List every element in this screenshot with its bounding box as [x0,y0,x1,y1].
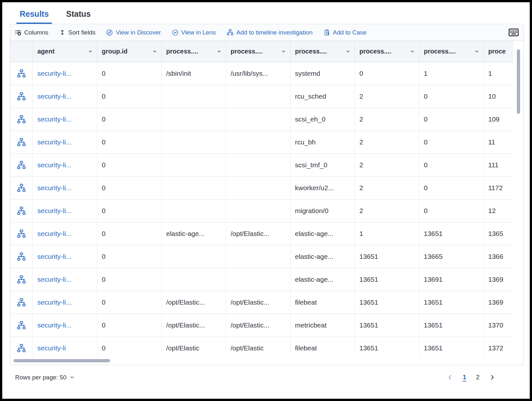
chevron-right-icon [489,374,495,380]
grid-cell: 0 [419,131,484,153]
column-header-label: process.... [424,48,456,55]
row-timeline-action-button[interactable] [10,268,33,291]
column-header-3[interactable]: process.... [162,41,226,62]
agent-link-cell[interactable]: security-li... [33,245,97,268]
column-header-1[interactable]: agent [33,41,97,62]
grid-cell [226,154,290,176]
row-timeline-action-button[interactable] [10,291,33,314]
row-timeline-action-button[interactable] [10,62,33,85]
timeline-icon [17,321,26,330]
grid-cell: 1370 [484,314,513,337]
grid-cell [162,131,226,153]
rows-per-page-button[interactable]: Rows per page: 50 [15,374,74,381]
column-header-2[interactable]: group.id [97,41,162,62]
next-page-button[interactable] [489,374,495,380]
grid-scroll-viewport[interactable]: agentgroup.idprocess....process....proce… [10,41,513,356]
column-header-label: process.... [166,48,198,55]
table-row: security-li...0/opt/Elastic.../opt/Elast… [10,314,513,337]
chevron-down-icon [472,49,479,54]
vertical-scrollbar[interactable] [517,49,520,114]
lens-icon [172,29,178,36]
agent-link-cell[interactable]: security-li... [33,154,97,176]
grid-cell: 0 [355,62,419,85]
grid-cell [162,245,226,268]
grid-cell: /usr/lib/sys... [226,62,290,85]
grid-cell: rcu_sched [290,85,355,108]
column-header-7[interactable]: process.... [419,41,484,62]
header-control-cell [10,41,33,62]
timeline-icon [17,298,26,307]
agent-link-cell[interactable]: security-li... [33,200,97,222]
chevron-down-icon [408,49,414,54]
row-timeline-action-button[interactable] [10,337,33,356]
page-2-button[interactable]: 2 [476,374,480,381]
row-timeline-action-button[interactable] [10,108,33,131]
grid-cell [162,200,226,222]
timeline-icon [17,252,26,261]
grid-cell: 13651 [419,314,484,337]
column-header-label: process.... [231,48,262,55]
agent-link-cell[interactable]: security-li... [33,62,97,85]
timeline-icon [17,184,26,192]
row-timeline-action-button[interactable] [10,177,33,199]
row-timeline-action-button[interactable] [10,131,33,153]
column-header-8[interactable]: proce [484,41,513,62]
table-row: security-li...0/opt/Elastic.../opt/Elast… [10,291,513,314]
agent-link-cell[interactable]: security-li... [33,177,97,199]
chevron-down-icon [150,49,157,54]
tab-results[interactable]: Results [16,9,52,24]
timeline-icon [17,207,26,215]
discover-compass-icon [106,29,113,36]
row-timeline-action-button[interactable] [10,314,33,337]
table-row: security-li...0/sbin/init/usr/lib/sys...… [10,62,513,85]
sort-fields-icon [59,29,65,35]
agent-link-cell[interactable]: security-li... [33,85,97,108]
row-timeline-action-button[interactable] [10,222,33,245]
column-header-6[interactable]: process.... [355,41,419,62]
table-row: security-li0/opt/Elastic/opt/Elasticfile… [10,337,513,356]
view-in-discover-label: View in Discover [116,29,161,36]
row-timeline-action-button[interactable] [10,85,33,108]
grid-cell: 0 [419,200,484,222]
grid-cell [162,85,226,108]
table-row: security-li...0rcu_bh2011 [10,131,513,154]
columns-button[interactable]: Columns [15,29,48,36]
grid-cell: 13651 [355,268,419,291]
agent-link-cell[interactable]: security-li... [33,314,97,337]
column-header-4[interactable]: process.... [226,41,290,62]
view-in-lens-button[interactable]: View in Lens [172,29,216,36]
agent-link-cell[interactable]: security-li... [33,222,97,245]
grid-cell: filebeat [290,291,355,314]
agent-link-cell[interactable]: security-li... [33,268,97,291]
table-row: security-li...0elastic-age.../opt/Elasti… [10,222,513,245]
column-header-5[interactable]: process.... [290,41,355,62]
agent-link-cell[interactable]: security-li... [33,131,97,153]
view-in-discover-button[interactable]: View in Discover [106,29,161,36]
grid-cell: 1372 [484,337,513,356]
view-in-lens-label: View in Lens [181,29,216,36]
keyboard-shortcuts-button[interactable] [508,28,519,37]
add-to-timeline-button[interactable]: Add to timeline investigation [227,29,313,36]
add-to-case-button[interactable]: Add to Case [324,29,367,36]
agent-link-cell[interactable]: security-li [33,337,97,356]
tab-bar: Results Status [10,2,524,24]
timeline-icon [17,115,26,124]
agent-link-cell[interactable]: security-li... [33,108,97,131]
timeline-icon [17,275,26,284]
page-1-button[interactable]: 1 [463,374,466,381]
grid-cell: 0 [97,222,162,245]
agent-link-cell[interactable]: security-li... [33,291,97,314]
grid-cell: 13651 [355,291,419,314]
sort-fields-button[interactable]: Sort fields [59,29,95,36]
grid-cell [162,177,226,199]
row-timeline-action-button[interactable] [10,200,33,222]
results-window: Results Status Columns [0,0,532,401]
tab-status[interactable]: Status [63,9,94,24]
horizontal-scrollbar[interactable] [14,359,110,362]
grid-cell: 13651 [419,337,484,356]
previous-page-button[interactable] [447,374,453,380]
row-timeline-action-button[interactable] [10,245,33,268]
timeline-icon [17,138,26,147]
row-timeline-action-button[interactable] [10,154,33,176]
table-row: security-li...0elastic-age...13651136651… [10,245,513,268]
